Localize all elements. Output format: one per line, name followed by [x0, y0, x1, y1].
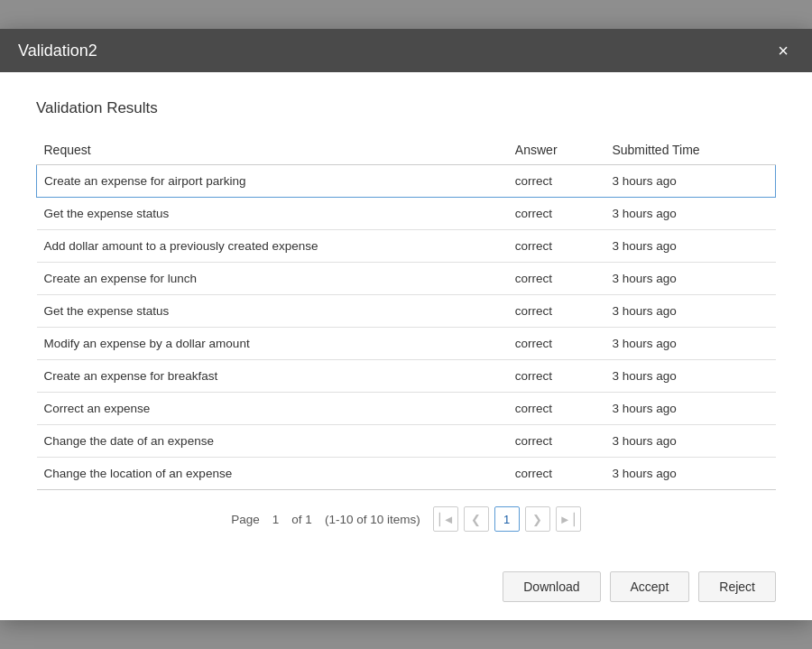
cell-time: 3 hours ago [604, 230, 775, 263]
current-page-display: 1 [272, 513, 280, 526]
cell-time: 3 hours ago [604, 263, 775, 295]
prev-page-button[interactable]: ❮ [464, 506, 489, 532]
pagination-bar: Page 1 of 1 (1-10 of 10 items) ⎮◄ ❮ 1 ❯ … [36, 490, 776, 542]
cell-answer: correct [508, 458, 605, 490]
cell-time: 3 hours ago [604, 295, 775, 328]
table-row[interactable]: Create an expense for lunchcorrect3 hour… [37, 263, 776, 295]
cell-time: 3 hours ago [604, 198, 775, 230]
range-label: (1-10 of 10 items) [325, 513, 420, 526]
table-row[interactable]: Change the location of an expensecorrect… [37, 458, 776, 490]
cell-answer: correct [508, 263, 605, 295]
col-header-answer: Answer [508, 135, 605, 165]
close-button[interactable]: × [772, 40, 794, 61]
table-row[interactable]: Change the date of an expensecorrect3 ho… [37, 425, 776, 458]
first-page-button[interactable]: ⎮◄ [433, 506, 458, 532]
col-header-submitted-time: Submitted Time [604, 135, 775, 165]
modal-body: Validation Results Request Answer Submit… [0, 72, 812, 561]
cell-answer: correct [508, 328, 605, 360]
cell-request: Change the location of an expense [37, 458, 508, 490]
accept-button[interactable]: Accept [610, 571, 690, 602]
modal-title: Validation2 [18, 42, 97, 60]
cell-answer: correct [508, 165, 605, 198]
next-page-button[interactable]: ❯ [525, 506, 550, 532]
table-row[interactable]: Get the expense statuscorrect3 hours ago [37, 295, 776, 328]
cell-time: 3 hours ago [604, 360, 775, 393]
reject-button[interactable]: Reject [698, 571, 776, 602]
modal-header: Validation2 × [0, 29, 812, 72]
cell-time: 3 hours ago [604, 425, 775, 458]
cell-request: Add dollar amount to a previously create… [37, 230, 508, 263]
header-row: Request Answer Submitted Time [37, 135, 776, 165]
cell-request: Get the expense status [37, 295, 508, 328]
modal-dialog: Validation2 × Validation Results Request… [0, 29, 812, 620]
cell-answer: correct [508, 360, 605, 393]
table-row[interactable]: Modify an expense by a dollar amountcorr… [37, 328, 776, 360]
cell-request: Change the date of an expense [37, 425, 508, 458]
page-label: Page [231, 513, 260, 526]
cell-answer: correct [508, 425, 605, 458]
cell-answer: correct [508, 295, 605, 328]
cell-time: 3 hours ago [604, 458, 775, 490]
cell-request: Create an expense for airport parking [37, 165, 508, 198]
cell-answer: correct [508, 393, 605, 425]
last-page-button[interactable]: ►⎮ [556, 506, 581, 532]
table-row[interactable]: Get the expense statuscorrect3 hours ago [37, 198, 776, 230]
cell-time: 3 hours ago [604, 165, 775, 198]
table-row[interactable]: Create an expense for breakfastcorrect3 … [37, 360, 776, 393]
cell-request: Get the expense status [37, 198, 508, 230]
table-row[interactable]: Correct an expensecorrect3 hours ago [37, 393, 776, 425]
section-title: Validation Results [36, 99, 776, 117]
cell-request: Modify an expense by a dollar amount [37, 328, 508, 360]
cell-answer: correct [508, 198, 605, 230]
cell-time: 3 hours ago [604, 393, 775, 425]
table-header: Request Answer Submitted Time [37, 135, 776, 165]
cell-request: Create an expense for lunch [37, 263, 508, 295]
page-number-button[interactable]: 1 [494, 506, 520, 532]
table-body: Create an expense for airport parkingcor… [37, 165, 776, 490]
table-row[interactable]: Create an expense for airport parkingcor… [37, 165, 776, 198]
download-button[interactable]: Download [503, 571, 600, 602]
table-row[interactable]: Add dollar amount to a previously create… [37, 230, 776, 263]
cell-answer: correct [508, 230, 605, 263]
cell-request: Correct an expense [37, 393, 508, 425]
cell-time: 3 hours ago [604, 328, 775, 360]
cell-request: Create an expense for breakfast [37, 360, 508, 393]
col-header-request: Request [37, 135, 508, 165]
of-label: of 1 [291, 513, 312, 526]
modal-footer: Download Accept Reject [0, 561, 812, 620]
results-table: Request Answer Submitted Time Create an … [36, 135, 776, 490]
modal-overlay: Validation2 × Validation Results Request… [0, 0, 812, 649]
